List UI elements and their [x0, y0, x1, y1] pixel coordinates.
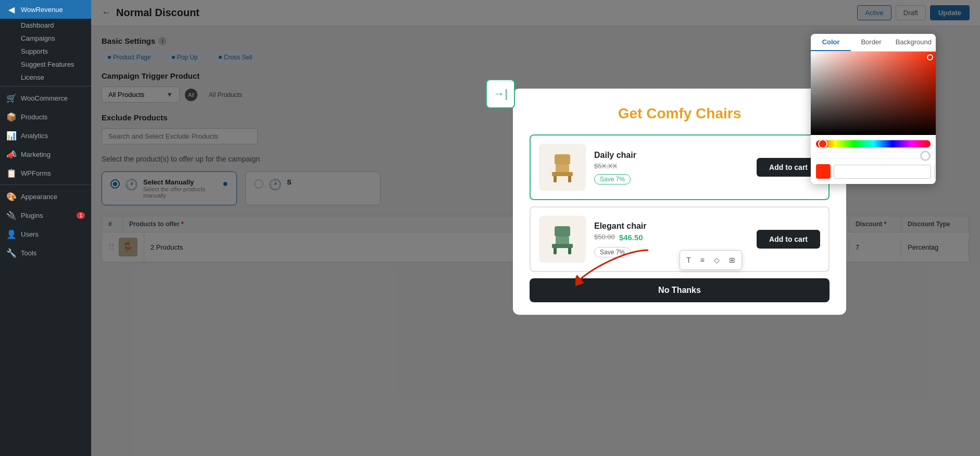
- hue-slider[interactable]: [816, 140, 931, 147]
- sidebar-item-wr-dashboard[interactable]: Dashboard: [15, 19, 91, 32]
- product-price-old-1: $5X.XX: [594, 162, 748, 170]
- hex-input[interactable]: ff2802: [834, 165, 931, 179]
- wowrevenue-icon: ◀: [6, 4, 17, 15]
- product-price-new-2: $46.50: [619, 233, 643, 242]
- sidebar-item-analytics[interactable]: 📊 Analytics: [0, 126, 91, 145]
- svg-rect-8: [568, 247, 571, 254]
- product-name-2: Elegant chair: [594, 221, 748, 231]
- hex-input-row: ff2802 ⧉ ↺: [811, 159, 936, 184]
- sidebar-item-appearance[interactable]: 🎨 Appearance: [0, 187, 91, 206]
- sidebar-divider-2: [0, 184, 91, 185]
- no-thanks-button[interactable]: No Thanks: [530, 278, 830, 302]
- product-image-2: [539, 216, 586, 263]
- alpha-slider[interactable]: [816, 152, 931, 159]
- format-align-button[interactable]: ≡: [696, 253, 709, 267]
- gradient-inner: [811, 52, 936, 135]
- plugins-badge: 1: [77, 212, 85, 219]
- analytics-icon: 📊: [6, 130, 17, 141]
- sidebar-divider-1: [0, 86, 91, 87]
- sidebar-item-wr-campaigns[interactable]: Campaigns: [15, 32, 91, 45]
- color-picker-popup: Color Border Background ff2802 ⧉ ↺: [811, 34, 936, 184]
- main-content: ← Normal Discount Active Draft Update Ba…: [91, 0, 980, 456]
- sidebar-item-products[interactable]: 📦 Products: [0, 107, 91, 126]
- product-image-1: [539, 144, 586, 191]
- color-swatch: [816, 164, 831, 179]
- svg-rect-0: [555, 154, 570, 165]
- hue-handle[interactable]: [818, 139, 827, 149]
- svg-rect-5: [555, 226, 570, 237]
- svg-rect-9: [552, 244, 573, 248]
- format-toolbar: T ≡ ◇ ⊞: [680, 250, 742, 270]
- preview-button[interactable]: →|: [486, 79, 515, 108]
- sidebar-item-marketing[interactable]: 📣 Marketing: [0, 145, 91, 164]
- sidebar-item-woocommerce[interactable]: 🛒 WooCommerce: [0, 89, 91, 107]
- sidebar-item-wr-supports[interactable]: Supports: [15, 45, 91, 58]
- svg-rect-4: [552, 172, 573, 176]
- product-modal: × Get Comfy Chairs: [513, 89, 846, 315]
- sidebar-item-users[interactable]: 👤 Users: [0, 225, 91, 243]
- format-grid-button[interactable]: ⊞: [725, 253, 739, 267]
- svg-rect-2: [554, 175, 557, 182]
- color-gradient-canvas[interactable]: [811, 52, 936, 135]
- svg-rect-7: [554, 247, 557, 254]
- sidebar-item-wowrevenue[interactable]: ◀ WowRevenue: [0, 0, 91, 19]
- modal-content: Get Comfy Chairs: [513, 89, 846, 272]
- sidebar-item-wpforms[interactable]: 📋 WPForms: [0, 164, 91, 182]
- color-picker-tabs: Color Border Background: [811, 34, 936, 52]
- cp-tab-border[interactable]: Border: [851, 34, 891, 51]
- copy-hex-button[interactable]: ⧉: [934, 165, 936, 179]
- appearance-icon: 🎨: [6, 191, 17, 202]
- color-handle[interactable]: [927, 54, 933, 60]
- marketing-icon: 📣: [6, 149, 17, 159]
- sidebar-submenu: Dashboard Campaigns Supports Suggest Fea…: [0, 19, 91, 84]
- sidebar-item-wr-suggest[interactable]: Suggest Features: [15, 58, 91, 71]
- modal-heading: Get Comfy Chairs: [530, 105, 830, 122]
- users-icon: 👤: [6, 229, 17, 239]
- product-card-1: Daily chair $5X.XX Save 7% Add to cart: [530, 134, 830, 200]
- woocommerce-icon: 🛒: [6, 93, 17, 103]
- save-badge-1: Save 7%: [594, 174, 631, 184]
- svg-rect-3: [568, 175, 571, 182]
- product-price-old-2: $50.00: [594, 233, 615, 241]
- add-to-cart-button-2[interactable]: Add to cart: [757, 230, 820, 249]
- products-icon: 📦: [6, 112, 17, 122]
- sidebar-item-wowrevenue-label: WowRevenue: [21, 6, 63, 14]
- sidebar-item-plugins[interactable]: 🔌 Plugins 1: [0, 206, 91, 225]
- tools-icon: 🔧: [6, 248, 17, 258]
- modal-overlay[interactable]: →| × Get Comfy Chairs: [91, 0, 980, 456]
- wpforms-icon: 📋: [6, 168, 17, 178]
- format-text-button[interactable]: T: [682, 253, 695, 267]
- plugins-icon: 🔌: [6, 210, 17, 220]
- save-badge-2: Save 7%: [594, 247, 631, 257]
- product-name-1: Daily chair: [594, 151, 748, 160]
- sidebar-item-tools[interactable]: 🔧 Tools: [0, 243, 91, 262]
- alpha-handle[interactable]: [921, 151, 930, 161]
- cp-tab-color[interactable]: Color: [811, 34, 851, 51]
- product-info-1: Daily chair $5X.XX Save 7%: [594, 151, 748, 184]
- cp-tab-background[interactable]: Background: [891, 34, 936, 51]
- sidebar-item-wr-license[interactable]: License: [15, 71, 91, 84]
- format-shape-button[interactable]: ◇: [710, 253, 724, 267]
- sidebar: ◀ WowRevenue Dashboard Campaigns Support…: [0, 0, 91, 456]
